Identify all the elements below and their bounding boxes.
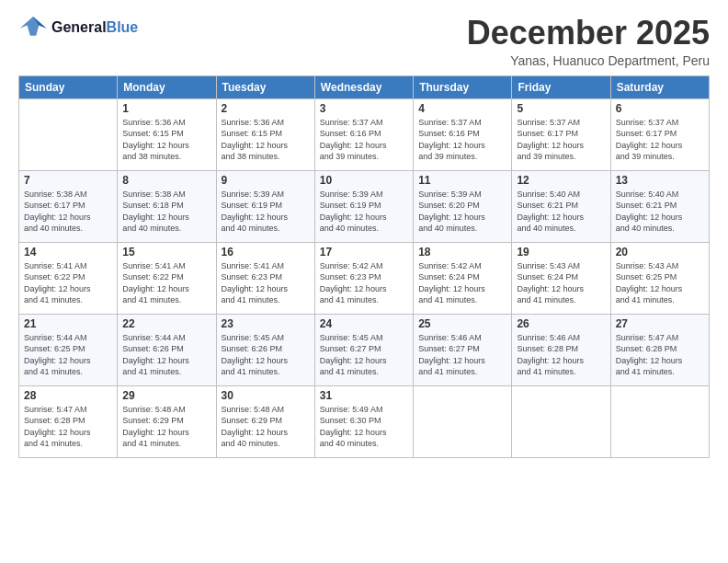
day-cell-10: 10Sunrise: 5:39 AMSunset: 6:19 PMDayligh…	[314, 170, 413, 242]
day-cell-29: 29Sunrise: 5:48 AMSunset: 6:29 PMDayligh…	[118, 385, 216, 457]
day-info: Sunrise: 5:39 AMSunset: 6:20 PMDaylight:…	[418, 189, 506, 235]
day-info: Sunrise: 5:45 AMSunset: 6:26 PMDaylight:…	[222, 332, 310, 378]
day-info: Sunrise: 5:37 AMSunset: 6:16 PMDaylight:…	[418, 117, 506, 163]
day-cell-14: 14Sunrise: 5:41 AMSunset: 6:22 PMDayligh…	[19, 242, 118, 314]
day-number: 18	[418, 246, 506, 259]
day-info: Sunrise: 5:38 AMSunset: 6:17 PMDaylight:…	[24, 189, 112, 235]
day-info: Sunrise: 5:39 AMSunset: 6:19 PMDaylight:…	[222, 189, 310, 235]
day-number: 15	[122, 246, 210, 259]
day-info: Sunrise: 5:43 AMSunset: 6:24 PMDaylight:…	[517, 260, 605, 306]
day-number: 12	[517, 174, 605, 187]
day-info: Sunrise: 5:43 AMSunset: 6:25 PMDaylight:…	[616, 260, 704, 306]
weekday-header-saturday: Saturday	[610, 75, 709, 98]
day-cell-4: 4Sunrise: 5:37 AMSunset: 6:16 PMDaylight…	[414, 98, 512, 170]
day-number: 26	[517, 317, 605, 330]
day-cell-13: 13Sunrise: 5:40 AMSunset: 6:21 PMDayligh…	[610, 170, 709, 242]
day-info: Sunrise: 5:37 AMSunset: 6:16 PMDaylight:…	[320, 117, 408, 163]
day-info: Sunrise: 5:36 AMSunset: 6:15 PMDaylight:…	[122, 117, 210, 163]
day-cell-24: 24Sunrise: 5:45 AMSunset: 6:27 PMDayligh…	[314, 314, 413, 385]
day-cell-9: 9Sunrise: 5:39 AMSunset: 6:19 PMDaylight…	[216, 170, 314, 242]
day-cell-17: 17Sunrise: 5:42 AMSunset: 6:23 PMDayligh…	[314, 242, 413, 314]
day-number: 13	[616, 174, 704, 187]
day-info: Sunrise: 5:44 AMSunset: 6:26 PMDaylight:…	[122, 332, 210, 378]
day-cell-31: 31Sunrise: 5:49 AMSunset: 6:30 PMDayligh…	[314, 385, 413, 457]
day-cell-12: 12Sunrise: 5:40 AMSunset: 6:21 PMDayligh…	[512, 170, 610, 242]
month-title: December 2025	[467, 15, 710, 52]
day-number: 22	[122, 317, 210, 330]
weekday-header-tuesday: Tuesday	[216, 75, 314, 98]
day-number: 28	[24, 389, 112, 402]
day-number: 30	[222, 389, 310, 402]
day-cell-25: 25Sunrise: 5:46 AMSunset: 6:27 PMDayligh…	[414, 314, 512, 385]
page: GeneralBlue December 2025 Yanas, Huanuco…	[0, 0, 728, 563]
location: Yanas, Huanuco Department, Peru	[467, 53, 710, 68]
day-cell-18: 18Sunrise: 5:42 AMSunset: 6:24 PMDayligh…	[414, 242, 512, 314]
day-number: 11	[418, 174, 506, 187]
day-number: 31	[320, 389, 408, 402]
day-cell-5: 5Sunrise: 5:37 AMSunset: 6:17 PMDaylight…	[512, 98, 610, 170]
day-number: 4	[418, 102, 506, 115]
day-info: Sunrise: 5:47 AMSunset: 6:28 PMDaylight:…	[616, 332, 704, 378]
day-cell-26: 26Sunrise: 5:46 AMSunset: 6:28 PMDayligh…	[512, 314, 610, 385]
day-info: Sunrise: 5:49 AMSunset: 6:30 PMDaylight:…	[320, 404, 408, 450]
day-info: Sunrise: 5:40 AMSunset: 6:21 PMDaylight:…	[517, 189, 605, 235]
day-number: 3	[320, 102, 408, 115]
day-number: 21	[24, 317, 112, 330]
day-info: Sunrise: 5:45 AMSunset: 6:27 PMDaylight:…	[320, 332, 408, 378]
weekday-header-row: SundayMondayTuesdayWednesdayThursdayFrid…	[19, 75, 710, 98]
day-cell-6: 6Sunrise: 5:37 AMSunset: 6:17 PMDaylight…	[610, 98, 709, 170]
day-number: 5	[517, 102, 605, 115]
day-cell-3: 3Sunrise: 5:37 AMSunset: 6:16 PMDaylight…	[314, 98, 413, 170]
day-info: Sunrise: 5:48 AMSunset: 6:29 PMDaylight:…	[222, 404, 310, 450]
day-info: Sunrise: 5:39 AMSunset: 6:19 PMDaylight:…	[320, 189, 408, 235]
day-info: Sunrise: 5:47 AMSunset: 6:28 PMDaylight:…	[24, 404, 112, 450]
day-cell-32	[414, 385, 512, 457]
day-info: Sunrise: 5:42 AMSunset: 6:24 PMDaylight:…	[418, 260, 506, 306]
logo: GeneralBlue	[18, 15, 138, 40]
day-number: 27	[616, 317, 704, 330]
day-number: 14	[24, 246, 112, 259]
week-row-5: 28Sunrise: 5:47 AMSunset: 6:28 PMDayligh…	[19, 385, 710, 457]
weekday-header-sunday: Sunday	[19, 75, 118, 98]
day-info: Sunrise: 5:40 AMSunset: 6:21 PMDaylight:…	[616, 189, 704, 235]
day-cell-30: 30Sunrise: 5:48 AMSunset: 6:29 PMDayligh…	[216, 385, 314, 457]
day-cell-22: 22Sunrise: 5:44 AMSunset: 6:26 PMDayligh…	[118, 314, 216, 385]
day-number: 6	[616, 102, 704, 115]
day-cell-11: 11Sunrise: 5:39 AMSunset: 6:20 PMDayligh…	[414, 170, 512, 242]
day-info: Sunrise: 5:44 AMSunset: 6:25 PMDaylight:…	[24, 332, 112, 378]
logo-text: GeneralBlue	[51, 19, 138, 36]
day-number: 9	[222, 174, 310, 187]
day-info: Sunrise: 5:46 AMSunset: 6:28 PMDaylight:…	[517, 332, 605, 378]
day-number: 25	[418, 317, 506, 330]
day-number: 10	[320, 174, 408, 187]
day-cell-16: 16Sunrise: 5:41 AMSunset: 6:23 PMDayligh…	[216, 242, 314, 314]
day-info: Sunrise: 5:46 AMSunset: 6:27 PMDaylight:…	[418, 332, 506, 378]
weekday-header-thursday: Thursday	[414, 75, 512, 98]
day-cell-19: 19Sunrise: 5:43 AMSunset: 6:24 PMDayligh…	[512, 242, 610, 314]
day-cell-34	[610, 385, 709, 457]
day-number: 8	[122, 174, 210, 187]
day-cell-21: 21Sunrise: 5:44 AMSunset: 6:25 PMDayligh…	[19, 314, 118, 385]
title-section: December 2025 Yanas, Huanuco Department,…	[467, 15, 710, 68]
day-cell-15: 15Sunrise: 5:41 AMSunset: 6:22 PMDayligh…	[118, 242, 216, 314]
day-number: 29	[122, 389, 210, 402]
header: GeneralBlue December 2025 Yanas, Huanuco…	[18, 15, 710, 68]
day-number: 19	[517, 246, 605, 259]
day-cell-33	[512, 385, 610, 457]
day-info: Sunrise: 5:48 AMSunset: 6:29 PMDaylight:…	[122, 404, 210, 450]
day-number: 16	[222, 246, 310, 259]
day-number: 24	[320, 317, 408, 330]
day-cell-0	[19, 98, 118, 170]
day-cell-8: 8Sunrise: 5:38 AMSunset: 6:18 PMDaylight…	[118, 170, 216, 242]
day-cell-20: 20Sunrise: 5:43 AMSunset: 6:25 PMDayligh…	[610, 242, 709, 314]
day-info: Sunrise: 5:37 AMSunset: 6:17 PMDaylight:…	[616, 117, 704, 163]
week-row-1: 1Sunrise: 5:36 AMSunset: 6:15 PMDaylight…	[19, 98, 710, 170]
day-cell-1: 1Sunrise: 5:36 AMSunset: 6:15 PMDaylight…	[118, 98, 216, 170]
day-number: 23	[222, 317, 310, 330]
day-info: Sunrise: 5:41 AMSunset: 6:22 PMDaylight:…	[24, 260, 112, 306]
weekday-header-friday: Friday	[512, 75, 610, 98]
day-number: 7	[24, 174, 112, 187]
day-number: 1	[122, 102, 210, 115]
week-row-2: 7Sunrise: 5:38 AMSunset: 6:17 PMDaylight…	[19, 170, 710, 242]
day-number: 20	[616, 246, 704, 259]
